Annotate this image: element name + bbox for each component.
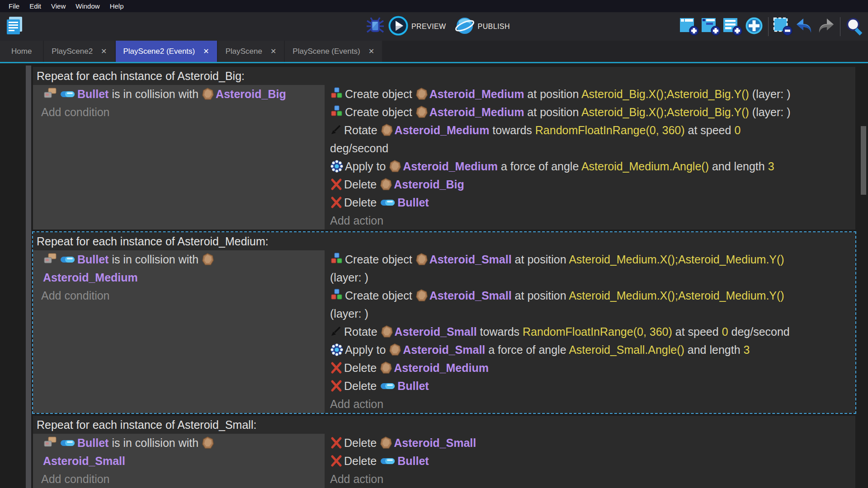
expression: 3 bbox=[744, 343, 750, 356]
debug-button[interactable] bbox=[364, 15, 386, 38]
add-condition-placeholder[interactable]: Add condition bbox=[33, 470, 325, 488]
text: deg/second bbox=[728, 325, 790, 338]
search-icon bbox=[844, 16, 864, 37]
asteroid-icon bbox=[415, 289, 428, 302]
text: at speed bbox=[672, 325, 722, 338]
add-subevent-button[interactable] bbox=[700, 15, 722, 38]
action-row[interactable]: Delete Bullet bbox=[325, 452, 855, 470]
tab-close-icon[interactable]: ✕ bbox=[270, 47, 276, 56]
object-name: Asteroid_Small bbox=[403, 343, 485, 356]
tab-close-icon[interactable]: ✕ bbox=[203, 47, 209, 56]
condition-row[interactable]: Bullet is in collision with Asteroid_Sma… bbox=[33, 434, 325, 470]
events-list: Repeat for each instance of Asteroid_Big… bbox=[32, 66, 856, 488]
action-row[interactable]: Create object Asteroid_Small at position… bbox=[325, 286, 855, 323]
collision-icon bbox=[43, 436, 58, 450]
menu-item-window[interactable]: Window bbox=[71, 1, 104, 11]
text: Delete bbox=[344, 455, 380, 467]
add-event-button[interactable] bbox=[678, 15, 700, 38]
add-circle-button[interactable] bbox=[743, 15, 765, 38]
scrollbar-thumb[interactable] bbox=[861, 126, 866, 195]
collision-icon bbox=[43, 87, 58, 101]
action-row[interactable]: Delete Asteroid_Medium bbox=[325, 359, 855, 377]
action-row[interactable]: Create object Asteroid_Medium at positio… bbox=[325, 85, 855, 103]
tab-playscene2-events[interactable]: PlayScene2 (Events)✕ bbox=[116, 41, 217, 62]
object-name: Bullet bbox=[397, 196, 429, 209]
preview-button[interactable]: PREVIEW bbox=[386, 14, 453, 39]
action-row[interactable]: Rotate Asteroid_Small towards RandomFloa… bbox=[325, 323, 855, 341]
text: towards bbox=[489, 124, 535, 136]
delete-icon bbox=[330, 436, 343, 450]
add-comment-button[interactable] bbox=[722, 15, 743, 38]
tab-playscene-events[interactable]: PlayScene (Events)✕ bbox=[285, 41, 382, 62]
event-body: Bullet is in collision with Asteroid_Sma… bbox=[33, 434, 855, 488]
condition-row[interactable]: Bullet is in collision with Asteroid_Big bbox=[33, 85, 325, 103]
action-row[interactable]: Create object Asteroid_Medium at positio… bbox=[325, 103, 855, 121]
object-name: Asteroid_Medium bbox=[394, 361, 489, 374]
tab-label: PlayScene2 (Events) bbox=[123, 47, 195, 56]
object-name: Bullet bbox=[77, 88, 108, 100]
event-header[interactable]: Repeat for each instance of Asteroid_Sma… bbox=[33, 416, 855, 434]
menu-item-edit[interactable]: Edit bbox=[24, 1, 46, 11]
text: deg/second bbox=[330, 142, 388, 155]
event-header[interactable]: Repeat for each instance of Asteroid_Med… bbox=[33, 232, 855, 250]
action-row[interactable]: Delete Bullet bbox=[325, 193, 855, 211]
expression: 0 bbox=[734, 124, 741, 136]
project-manager-button[interactable] bbox=[4, 15, 25, 38]
object-name: Bullet bbox=[77, 253, 108, 266]
add-action-placeholder[interactable]: Add action bbox=[325, 395, 855, 413]
action-row[interactable]: Create object Asteroid_Small at position… bbox=[325, 250, 855, 286]
bullet-icon bbox=[380, 196, 396, 209]
menu-item-view[interactable]: View bbox=[46, 1, 71, 11]
action-row[interactable]: Apply to Asteroid_Medium a force of angl… bbox=[325, 157, 855, 175]
expression: RandomFloatInRange(0, 360) bbox=[523, 325, 672, 338]
action-row[interactable]: Rotate Asteroid_Medium towards RandomFlo… bbox=[325, 121, 855, 157]
redo-button[interactable] bbox=[815, 15, 837, 38]
conditions-column: Bullet is in collision with Asteroid_Sma… bbox=[33, 434, 325, 488]
redo-icon bbox=[816, 16, 836, 37]
action-row[interactable]: Apply to Asteroid_Small a force of angle… bbox=[325, 341, 855, 359]
tab-playscene[interactable]: PlayScene✕ bbox=[218, 41, 284, 62]
asteroid-icon bbox=[389, 160, 401, 173]
search-button[interactable] bbox=[844, 15, 865, 38]
text: towards bbox=[477, 325, 523, 338]
object-name: Asteroid_Big bbox=[216, 88, 286, 100]
object-name: Asteroid_Big bbox=[394, 178, 464, 191]
rotate-icon bbox=[330, 325, 343, 338]
tab-label: PlayScene bbox=[226, 47, 262, 56]
publish-button[interactable]: PUBLISH bbox=[453, 14, 516, 39]
delete-icon bbox=[330, 361, 343, 375]
bullet-icon bbox=[60, 253, 76, 266]
tab-playscene2[interactable]: PlayScene2✕ bbox=[44, 41, 114, 62]
add-comment-icon bbox=[722, 16, 742, 37]
rotate-icon bbox=[330, 123, 343, 137]
actions-column: Create object Asteroid_Small at position… bbox=[325, 250, 855, 413]
event-block: Repeat for each instance of Asteroid_Med… bbox=[32, 231, 856, 414]
tab-close-icon[interactable]: ✕ bbox=[101, 47, 107, 56]
menu-item-help[interactable]: Help bbox=[105, 1, 129, 11]
add-event-icon bbox=[679, 16, 699, 37]
text: at position bbox=[512, 253, 569, 266]
event-header[interactable]: Repeat for each instance of Asteroid_Big… bbox=[33, 67, 855, 85]
publish-label: PUBLISH bbox=[478, 23, 510, 31]
tab-home[interactable]: Home bbox=[0, 41, 43, 62]
add-action-placeholder[interactable]: Add action bbox=[325, 211, 855, 230]
undo-button[interactable] bbox=[793, 15, 815, 38]
text: Delete bbox=[344, 436, 380, 449]
object-name: Bullet bbox=[397, 380, 429, 392]
action-row[interactable]: Delete Bullet bbox=[325, 377, 855, 395]
tab-close-icon[interactable]: ✕ bbox=[368, 47, 374, 56]
add-condition-placeholder[interactable]: Add condition bbox=[33, 286, 325, 305]
action-row[interactable]: Delete Asteroid_Small bbox=[325, 434, 855, 452]
action-row[interactable]: Delete Asteroid_Big bbox=[325, 175, 855, 193]
object-name: Asteroid_Medium bbox=[395, 124, 490, 136]
conditions-column: Bullet is in collision with Asteroid_Med… bbox=[33, 250, 325, 413]
condition-row[interactable]: Bullet is in collision with Asteroid_Med… bbox=[33, 250, 325, 286]
menu-item-file[interactable]: File bbox=[4, 1, 24, 11]
bullet-icon bbox=[60, 87, 76, 101]
remove-event-button[interactable] bbox=[772, 15, 793, 38]
text: Apply to bbox=[345, 160, 389, 173]
text: (layer: ) bbox=[749, 106, 791, 118]
toolbar-right bbox=[678, 15, 868, 38]
add-condition-placeholder[interactable]: Add condition bbox=[33, 103, 325, 121]
add-action-placeholder[interactable]: Add action bbox=[325, 470, 855, 488]
